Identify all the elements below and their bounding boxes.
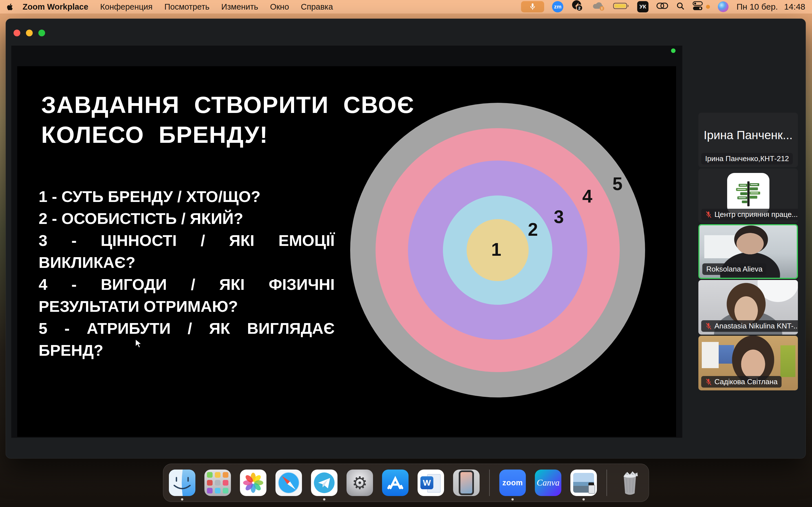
participant-name-label: Ірина Панченко,КНТ-212 — [701, 153, 793, 165]
screen-share-area: ЗАВДАННЯ СТВОРИТИ СВОЄКОЛЕСО БРЕНДУ! 1 -… — [11, 46, 682, 438]
mic-muted-icon — [705, 378, 712, 386]
zoom-menubar-icon[interactable]: zm — [552, 1, 563, 12]
running-indicator — [582, 498, 585, 501]
minimize-window-button[interactable] — [26, 30, 33, 36]
share-active-indicator — [671, 48, 675, 53]
svg-text:!: ! — [601, 6, 603, 11]
slide-list-item: 5 - АТРИБУТИ / ЯК ВИГЛЯДАЄ БРЕНД? — [39, 318, 335, 361]
battery-icon[interactable] — [613, 2, 629, 12]
universal-control-icon[interactable] — [656, 2, 668, 11]
dock-icon-appstore[interactable] — [382, 469, 409, 496]
dock-icon-launchpad[interactable] — [204, 469, 231, 496]
participant-big-name: Ірина Панченк... — [698, 128, 798, 142]
spotlight-search-icon[interactable] — [676, 2, 684, 12]
dock-icon-screenshot[interactable] — [570, 469, 597, 496]
dock-icon-photos[interactable] — [240, 469, 266, 496]
slide-title: ЗАВДАННЯ СТВОРИТИ СВОЄКОЛЕСО БРЕНДУ! — [41, 90, 414, 150]
participant-name-label: Садікова Світлана — [701, 376, 781, 388]
slide-list-item: 4 - ВИГОДИ / ЯКІ ФІЗИЧНІ РЕЗУЛЬТАТИ ОТРИ… — [39, 274, 335, 318]
participant-avatar-logo — [727, 173, 769, 214]
participant-name-label: Roksolana Alieva — [702, 263, 766, 275]
menu-3[interactable]: Окно — [270, 2, 289, 11]
running-indicator — [323, 498, 325, 501]
cloud-status-icon[interactable]: ! — [592, 1, 605, 13]
menu-2[interactable]: Изменить — [221, 2, 258, 11]
wheel-number-4: 4 — [582, 186, 592, 207]
running-indicator — [181, 498, 183, 501]
dock-icon-trash[interactable] — [617, 469, 643, 496]
time-label: 14:48 — [784, 2, 805, 11]
apple-menu-icon[interactable] — [7, 3, 13, 11]
slide-list-item: 1 - СУТЬ БРЕНДУ / ХТО/ЩО? — [39, 186, 335, 208]
dock-divider — [606, 469, 607, 496]
siri-icon[interactable] — [718, 1, 728, 12]
menu-1[interactable]: Посмотреть — [164, 2, 209, 11]
participant-tile-3[interactable]: Anastasia Nikulina KNT-... — [698, 280, 798, 335]
notification-dot — [706, 5, 710, 9]
slide-list-item: 3 - ЦІННОСТІ / ЯКІ ЕМОЦІЇ ВИКЛИКАЄ? — [39, 230, 335, 274]
control-center-icon[interactable] — [693, 1, 703, 13]
slide-list-item: 2 - ОСОБИСТІСТЬ / ЯКИЙ? — [39, 208, 335, 230]
menu-0[interactable]: Конференция — [100, 2, 153, 11]
menu-4[interactable]: Справка — [301, 2, 333, 11]
mic-muted-icon — [705, 211, 712, 218]
presentation-slide: ЗАВДАННЯ СТВОРИТИ СВОЄКОЛЕСО БРЕНДУ! 1 -… — [17, 66, 676, 437]
dock-icon-telegram[interactable] — [311, 469, 338, 496]
svg-text:2: 2 — [578, 5, 580, 10]
menu-bar: Zoom Workplace КонференцияПосмотретьИзме… — [0, 0, 812, 13]
dock-icon-canva[interactable]: Canva — [535, 469, 561, 496]
mic-in-use-indicator[interactable] — [521, 1, 544, 12]
dock-icon-finder[interactable] — [169, 469, 195, 496]
fullscreen-window-button[interactable] — [38, 30, 45, 36]
wheel-number-5: 5 — [612, 173, 622, 194]
menubar-clock[interactable]: Пн 10 бер. 14:48 — [737, 2, 805, 11]
participant-tile-1[interactable]: Центр сприяння праце... — [698, 168, 798, 223]
dock: ⚙ WzoomCanva — [163, 464, 649, 502]
wheel-number-3: 3 — [554, 207, 564, 227]
participant-tile-0[interactable]: Ірина Панченк...Ірина Панченко,КНТ-212 — [698, 113, 798, 167]
dock-icon-settings[interactable]: ⚙ — [347, 469, 373, 496]
participant-name-label: Центр сприяння праце... — [701, 209, 798, 220]
participant-tile-2[interactable]: Roksolana Alieva — [698, 224, 798, 279]
recorder-menubar-icon[interactable]: 2 — [571, 0, 583, 14]
date-label: Пн 10 бер. — [737, 2, 778, 11]
running-indicator — [511, 498, 514, 501]
close-window-button[interactable] — [13, 30, 20, 36]
dock-icon-zoom[interactable]: zoom — [499, 469, 526, 496]
active-app-name[interactable]: Zoom Workplace — [22, 2, 88, 11]
wheel-number-2: 2 — [528, 219, 538, 240]
dock-icon-iphone-mirroring[interactable] — [453, 469, 479, 496]
dock-divider — [489, 469, 490, 496]
zoom-meeting-window: ЗАВДАННЯ СТВОРИТИ СВОЄКОЛЕСО БРЕНДУ! 1 -… — [6, 18, 806, 459]
mouse-cursor — [135, 339, 143, 348]
input-source-switcher[interactable]: УК — [637, 1, 649, 12]
slide-question-list: 1 - СУТЬ БРЕНДУ / ХТО/ЩО?2 - ОСОБИСТІСТЬ… — [39, 186, 335, 361]
participant-tile-4[interactable]: Садікова Світлана — [698, 336, 798, 390]
dock-icon-word[interactable]: W — [417, 469, 444, 496]
wheel-number-1: 1 — [491, 239, 501, 260]
dock-icon-safari[interactable] — [275, 469, 302, 496]
mic-muted-icon — [705, 323, 712, 330]
participant-name-label: Anastasia Nikulina KNT-... — [701, 320, 798, 332]
